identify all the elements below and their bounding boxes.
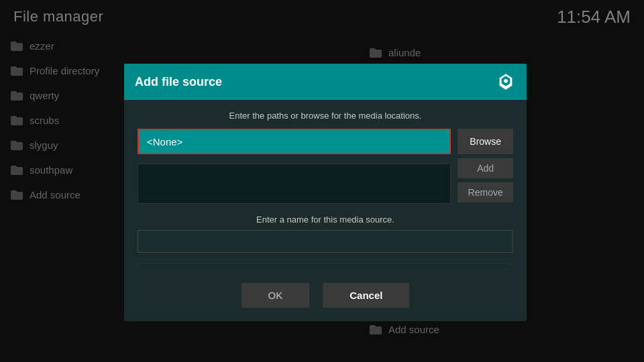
divider xyxy=(138,263,513,264)
paths-list xyxy=(138,164,451,204)
dialog-subtitle: Enter the paths or browse for the media … xyxy=(138,111,513,121)
add-button[interactable]: Add xyxy=(458,158,513,178)
dialog-title: Add file source xyxy=(135,75,222,89)
svg-point-0 xyxy=(504,79,508,83)
name-input[interactable] xyxy=(138,230,513,253)
path-section: Browse Add Remove xyxy=(138,129,513,206)
path-row xyxy=(138,129,451,154)
kodi-icon xyxy=(496,72,516,92)
dialog-body: Enter the paths or browse for the media … xyxy=(124,100,527,263)
ok-button[interactable]: OK xyxy=(241,283,310,308)
name-section-label: Enter a name for this media source. xyxy=(138,215,513,225)
dialog-footer: OK Cancel xyxy=(124,272,527,321)
cancel-button[interactable]: Cancel xyxy=(323,283,409,308)
add-file-source-dialog: Add file source Enter the paths or brows… xyxy=(124,64,527,321)
path-left xyxy=(138,129,451,206)
dialog-header: Add file source xyxy=(124,64,527,100)
path-input[interactable] xyxy=(138,129,451,154)
remove-button[interactable]: Remove xyxy=(458,182,513,202)
right-buttons-col: Browse Add Remove xyxy=(458,129,513,206)
browse-button[interactable]: Browse xyxy=(458,129,513,154)
